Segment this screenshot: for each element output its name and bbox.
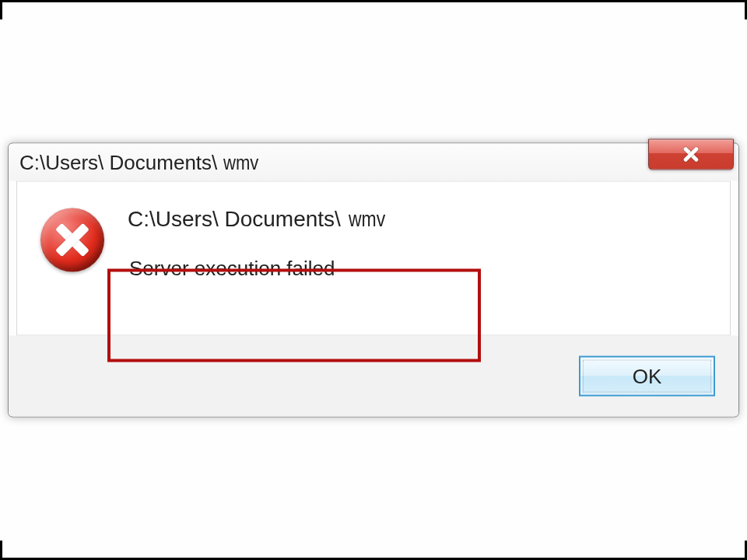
close-button[interactable] [648, 139, 734, 170]
error-icon [40, 208, 104, 272]
title-bar: C:\Users\ Documents\ wmv [9, 144, 738, 181]
error-message: Server execution failed [129, 257, 707, 281]
content-area: C:\Users\ Documents\ wmv Server executio… [16, 181, 731, 336]
window-title-path: C:\Users\ Documents\ [19, 150, 217, 174]
message-ext: wmv [349, 207, 385, 232]
message-path: C:\Users\ Documents\ [128, 207, 341, 232]
message-title-row: C:\Users\ Documents\ wmv [128, 207, 707, 232]
ok-button[interactable]: OK [579, 356, 715, 397]
close-icon [682, 146, 700, 163]
button-bar: OK [9, 336, 738, 417]
error-dialog: C:\Users\ Documents\ wmv C:\Users\ Docum… [8, 143, 739, 418]
window-title-ext: wmv [223, 150, 258, 174]
